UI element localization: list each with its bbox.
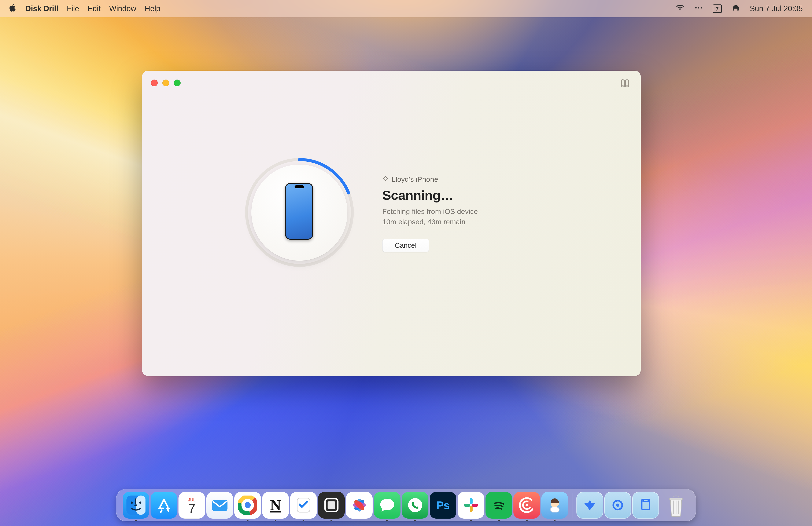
svg-point-1 bbox=[698, 7, 699, 9]
dock-app-notion[interactable]: N bbox=[262, 492, 289, 518]
downloads-folder[interactable] bbox=[604, 492, 631, 518]
device-name: Lloyd's iPhone bbox=[392, 175, 438, 183]
documents-folder[interactable] bbox=[632, 492, 659, 518]
menu-extra-icon[interactable] bbox=[694, 3, 703, 14]
svg-point-40 bbox=[616, 503, 619, 507]
dock-app-chrome[interactable] bbox=[234, 492, 261, 518]
applications-folder[interactable] bbox=[577, 492, 603, 518]
dock-app-photoshop[interactable]: Ps bbox=[430, 492, 456, 518]
svg-point-2 bbox=[700, 7, 702, 9]
menu-app-name[interactable]: Disk Drill bbox=[25, 4, 58, 13]
svg-point-7 bbox=[131, 501, 133, 504]
dock-app-photos[interactable] bbox=[346, 492, 373, 518]
cancel-button[interactable]: Cancel bbox=[382, 239, 429, 252]
dock-app-slack[interactable] bbox=[458, 492, 484, 518]
menu-file[interactable]: File bbox=[67, 4, 79, 13]
dock-app-memoji[interactable] bbox=[541, 492, 568, 518]
disk-drill-menubar-icon[interactable] bbox=[731, 3, 741, 14]
iphone-icon bbox=[285, 183, 313, 240]
menubar-clock[interactable]: Sun 7 Jul 20:05 bbox=[750, 4, 803, 13]
dock-app-whatsapp[interactable] bbox=[402, 492, 429, 518]
scan-time-status: 10m elapsed, 43m remain bbox=[382, 218, 641, 226]
close-button[interactable] bbox=[151, 80, 158, 86]
trash[interactable] bbox=[663, 492, 690, 518]
scan-subtitle: Fetching files from iOS device bbox=[382, 207, 641, 216]
dock-app-mail[interactable] bbox=[206, 492, 233, 518]
svg-point-35 bbox=[525, 504, 528, 506]
svg-point-8 bbox=[139, 501, 141, 504]
dock: JUL7NPs bbox=[116, 489, 696, 521]
dock-app-finder[interactable] bbox=[122, 492, 149, 518]
minimize-button[interactable] bbox=[162, 80, 169, 86]
svg-rect-29 bbox=[464, 504, 470, 507]
svg-rect-28 bbox=[470, 498, 473, 504]
svg-rect-6 bbox=[136, 496, 145, 515]
dock-separator bbox=[572, 493, 572, 517]
disk-drill-window: Lloyd's iPhone Scanning… Fetching files … bbox=[142, 71, 641, 376]
menubar: Disk Drill File Edit Window Help 7 Sun 7… bbox=[0, 0, 812, 17]
dock-app-calendar[interactable]: JUL7 bbox=[178, 492, 205, 518]
dock-app-todo[interactable] bbox=[290, 492, 317, 518]
zoom-button[interactable] bbox=[174, 80, 180, 86]
dock-app-spotify[interactable] bbox=[485, 492, 512, 518]
svg-rect-30 bbox=[470, 506, 473, 512]
menu-window[interactable]: Window bbox=[109, 4, 136, 13]
window-controls bbox=[151, 80, 180, 86]
svg-rect-18 bbox=[328, 501, 335, 509]
svg-point-27 bbox=[408, 498, 422, 512]
svg-point-0 bbox=[695, 7, 697, 9]
svg-rect-37 bbox=[550, 507, 559, 512]
menu-help[interactable]: Help bbox=[145, 4, 160, 13]
menu-edit[interactable]: Edit bbox=[88, 4, 101, 13]
help-book-icon[interactable] bbox=[620, 85, 630, 89]
scan-title: Scanning… bbox=[382, 188, 641, 203]
dock-app-messages[interactable] bbox=[374, 492, 401, 518]
scan-progress-ring bbox=[243, 157, 356, 270]
svg-rect-31 bbox=[472, 504, 478, 507]
apple-menu[interactable] bbox=[9, 4, 17, 14]
dock-app-screenshot[interactable] bbox=[318, 492, 345, 518]
wifi-icon[interactable] bbox=[676, 3, 685, 14]
sparkle-icon bbox=[382, 175, 389, 183]
calendar-menubar-icon[interactable]: 7 bbox=[713, 4, 722, 13]
dock-app-pocketcasts[interactable] bbox=[513, 492, 540, 518]
dock-app-app-store[interactable] bbox=[150, 492, 177, 518]
svg-rect-9 bbox=[212, 500, 228, 511]
